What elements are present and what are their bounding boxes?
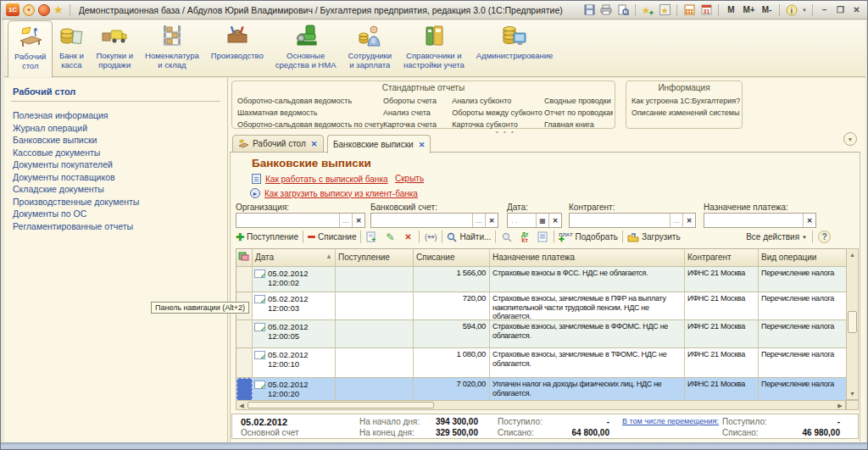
- hide-link[interactable]: Скрыть: [395, 174, 424, 183]
- delete-icon[interactable]: ✕: [401, 231, 415, 243]
- report-link[interactable]: Отчет по проводкам: [544, 107, 613, 119]
- info-dropdown-icon[interactable]: ▼: [801, 3, 808, 17]
- copy-icon[interactable]: +: [365, 231, 379, 243]
- document-list-icon[interactable]: [536, 231, 549, 243]
- transfers-link[interactable]: В том числе перемещения:: [622, 417, 719, 425]
- report-link[interactable]: Карточка счета: [383, 119, 452, 131]
- nav-item-7[interactable]: Производственные документы: [13, 196, 227, 208]
- find-button[interactable]: Найти...: [447, 232, 491, 242]
- nav-item-3[interactable]: Кассовые документы: [13, 147, 227, 159]
- cancel-search-icon[interactable]: [500, 231, 514, 243]
- set-interval-icon[interactable]: (): [424, 231, 437, 243]
- nav-item-9[interactable]: Регламентированные отчеты: [13, 220, 227, 233]
- table-row[interactable]: 05.02.201212:00:207 020,00Уплачен налог …: [236, 378, 846, 401]
- report-link[interactable]: Главная книга: [544, 119, 613, 131]
- col-header-writeoff[interactable]: Списание: [414, 249, 490, 267]
- report-link[interactable]: Анализ субконто: [452, 95, 544, 107]
- receipt-button[interactable]: ✚Поступление: [236, 231, 298, 243]
- restore-button[interactable]: ❐: [833, 3, 848, 16]
- scroll-up-icon[interactable]: ▲: [847, 249, 858, 260]
- app-round-icon[interactable]: [38, 4, 50, 16]
- load-button[interactable]: Загрузить: [627, 232, 681, 242]
- ribbon-section-production[interactable]: Производство: [205, 20, 270, 76]
- nav-item-1[interactable]: Журнал операций: [13, 122, 227, 135]
- memory-mminus-button[interactable]: M-: [759, 5, 775, 14]
- nav-item-4[interactable]: Документы покупателей: [13, 158, 227, 171]
- table-row[interactable]: 05.02.201212:00:101 080,00Страховые взно…: [236, 348, 846, 378]
- nav-item-2[interactable]: Банковские выписки: [13, 134, 227, 147]
- col-header-counterparty[interactable]: Контрагент: [685, 249, 759, 267]
- report-link[interactable]: Обороты счета: [383, 95, 452, 107]
- scroll-left-icon[interactable]: ◀: [236, 401, 247, 410]
- help-button[interactable]: ?: [818, 231, 831, 243]
- col-header-date[interactable]: Дата▲: [253, 249, 336, 267]
- favorites-icon[interactable]: ★: [657, 3, 672, 17]
- main-menu-icon[interactable]: ▼: [23, 4, 35, 16]
- org-choose-icon[interactable]: …: [339, 214, 352, 227]
- report-link[interactable]: Оборотно-сальдовая ведомость: [237, 95, 383, 107]
- org-clear-icon[interactable]: ✕: [352, 214, 364, 227]
- scroll-down-icon[interactable]: ▼: [847, 388, 858, 399]
- horizontal-scrollbar[interactable]: ◀ ▶: [236, 400, 846, 410]
- ribbon-section-staff[interactable]: Сотрудники и зарплата: [342, 20, 397, 76]
- favorites-star-icon[interactable]: ★: [53, 4, 64, 16]
- memory-m-button[interactable]: M: [723, 5, 739, 14]
- table-row[interactable]: 05.02.201212:00:021 566,00Страховые взно…: [236, 267, 846, 292]
- scroll-right-icon[interactable]: ▶: [835, 401, 845, 410]
- nav-item-0[interactable]: Полезная информация: [13, 109, 227, 122]
- minimize-button[interactable]: –: [817, 3, 832, 16]
- ribbon-section-administration[interactable]: Администрирование: [470, 20, 559, 76]
- date-clear-icon[interactable]: ✕: [548, 214, 561, 227]
- purpose-filter-input[interactable]: ✕: [704, 213, 816, 228]
- nav-item-8[interactable]: Документы по ОС: [13, 208, 227, 220]
- col-header-receipt[interactable]: Поступление: [336, 249, 414, 267]
- report-link[interactable]: Обороты между субконто: [452, 107, 544, 119]
- tab-desktop-close-icon[interactable]: ✕: [311, 140, 318, 148]
- ribbon-section-bank[interactable]: Банк и касса: [53, 20, 90, 76]
- ribbon-section-purchases[interactable]: Покупки и продажи: [90, 20, 139, 76]
- info-icon[interactable]: i: [784, 3, 799, 17]
- print-preview-icon[interactable]: [615, 3, 631, 17]
- account-filter-input[interactable]: …✕: [370, 213, 498, 228]
- report-link[interactable]: Оборотно-сальдовая ведомость по счету: [237, 119, 383, 131]
- col-header-purpose[interactable]: Назначение платежа: [490, 249, 685, 267]
- account-clear-icon[interactable]: ✕: [485, 214, 498, 227]
- counterparty-filter-input[interactable]: …✕: [569, 213, 696, 228]
- app-icon[interactable]: 1С: [6, 3, 19, 16]
- tab-bank-statements-close-icon[interactable]: ✕: [419, 141, 426, 149]
- report-link[interactable]: Шахматная ведомость: [237, 107, 383, 119]
- save-icon[interactable]: [581, 3, 597, 17]
- org-filter-input[interactable]: …✕: [236, 213, 365, 228]
- ribbon-section-references[interactable]: Справочники и настройки учета: [398, 20, 470, 76]
- tab-bank-statements[interactable]: Банковские выписки ✕: [327, 135, 431, 153]
- collapse-desktop-button[interactable]: ▼: [843, 132, 857, 146]
- ribbon-section-inventory[interactable]: Номенклатура и склад: [139, 20, 205, 76]
- counterparty-choose-icon[interactable]: …: [670, 214, 682, 227]
- statement-type-icon[interactable]: [236, 249, 253, 267]
- nav-item-5[interactable]: Документы поставщиков: [13, 171, 227, 184]
- account-choose-icon[interactable]: …: [472, 214, 485, 227]
- date-calendar-icon[interactable]: ▦: [536, 214, 548, 227]
- calculator-icon[interactable]: [682, 3, 697, 17]
- info-link[interactable]: Описание изменений системы: [632, 107, 740, 119]
- report-link[interactable]: Анализ счета: [383, 107, 452, 119]
- table-row[interactable]: 05.02.201212:00:03720,00Страховые взносы…: [236, 292, 846, 320]
- tab-desktop[interactable]: Рабочий стол ✕: [232, 135, 324, 153]
- calendar-icon[interactable]: 31: [698, 3, 714, 17]
- horizontal-scroll-thumb[interactable]: [248, 402, 434, 408]
- col-header-operation[interactable]: Вид операции: [759, 249, 846, 267]
- close-button[interactable]: ✕: [849, 3, 864, 16]
- pick-button[interactable]: ПЛАТ✚Подобрать: [559, 232, 618, 242]
- writeoff-button[interactable]: Списание: [308, 232, 356, 242]
- help-link-bank-statement[interactable]: Как работать с выпиской банка: [265, 175, 388, 184]
- ribbon-section-fixed-assets[interactable]: Основные средства и НМА: [270, 20, 342, 76]
- vertical-scroll-thumb[interactable]: [848, 311, 857, 333]
- vertical-scrollbar[interactable]: ▲ ▼: [846, 248, 859, 400]
- add-favorite-icon[interactable]: ★: [640, 3, 655, 17]
- date-filter-input[interactable]: . .▦✕: [507, 213, 562, 228]
- ribbon-section-desktop[interactable]: Рабочий стол: [8, 20, 53, 77]
- help-link-client-bank[interactable]: Как загрузить выписку из клиент-банка: [264, 189, 418, 198]
- memory-mplus-button[interactable]: M+: [741, 5, 757, 14]
- print-icon[interactable]: [598, 3, 614, 17]
- table-row[interactable]: 05.02.201212:00:05594,00Страховые взносы…: [236, 320, 846, 348]
